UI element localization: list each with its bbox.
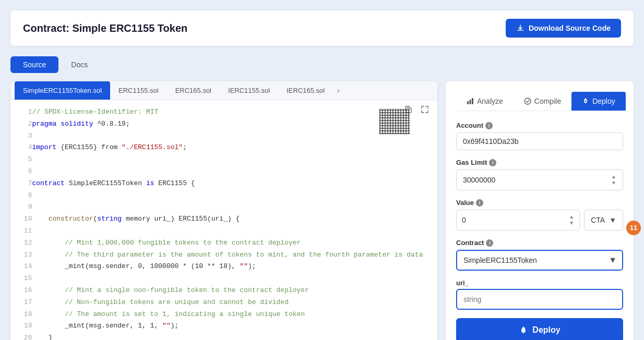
tab-source[interactable]: Source <box>10 56 58 73</box>
gas-limit-label: Gas Limit i <box>456 159 623 166</box>
file-tabs: SimpleERC1155Token.sol ERC1155.sol ERC16… <box>10 81 437 100</box>
deploy-button[interactable]: Deploy <box>456 318 623 340</box>
gas-limit-down[interactable]: ▼ <box>611 180 616 186</box>
value-label: Value i <box>456 199 623 207</box>
table-row: 11 <box>10 225 437 237</box>
value-info-icon: i <box>476 199 483 207</box>
table-row: 8 <box>10 190 437 202</box>
code-toolbar <box>402 104 431 117</box>
gas-limit-field: Gas Limit i 30000000 ▲ ▼ <box>456 159 623 190</box>
tab-docs[interactable]: Docs <box>58 56 100 73</box>
svg-point-4 <box>524 98 531 104</box>
table-row: 18 // The amount is set to 1, indicating… <box>10 309 437 321</box>
svg-rect-1 <box>467 101 469 104</box>
right-wrapper: Analyze Compile Deploy Account i <box>446 81 634 340</box>
table-row: 14 _mint(msg.sender, 0, 1000000 * (10 **… <box>10 261 437 273</box>
svg-point-5 <box>585 101 587 102</box>
value-input: 0 ▲ ▼ <box>456 210 580 230</box>
table-row: 10 constructor(string memory uri_) ERC11… <box>10 213 437 225</box>
contract-info-icon: i <box>486 239 493 247</box>
top-bar: Contract: Simple ERC1155 Token Download … <box>10 10 634 46</box>
right-panel: Analyze Compile Deploy Account i <box>446 81 634 340</box>
gas-limit-up[interactable]: ▲ <box>611 174 616 179</box>
table-row: 5 <box>10 154 437 166</box>
table-row: 17 // Non-fungible tokens are unique and… <box>10 297 437 309</box>
expand-button[interactable] <box>419 104 431 117</box>
qr-thumbnail <box>379 108 410 135</box>
table-row: 7 contract SimpleERC1155Token is ERC1155… <box>10 178 437 190</box>
table-row: 12 // Mint 1,000,000 fungible tokens to … <box>10 237 437 249</box>
value-spinner: ▲ ▼ <box>569 214 574 226</box>
table-row: 15 <box>10 273 437 285</box>
gas-limit-info-icon: i <box>489 159 496 166</box>
table-row: 13 // The third parameter is the amount … <box>10 249 437 261</box>
code-table: 1 // SPDX-License-Identifier: MIT 2 prag… <box>10 106 437 340</box>
currency-select[interactable]: CTA ▼ <box>584 210 623 230</box>
table-row: 1 // SPDX-License-Identifier: MIT <box>10 106 437 118</box>
table-row: 2 pragma solidity ^0.8.19; <box>10 118 437 130</box>
svg-point-6 <box>522 329 524 331</box>
main-tabs: Source Docs <box>10 56 634 73</box>
gas-limit-spinner: ▲ ▼ <box>611 174 616 186</box>
account-label: Account i <box>456 122 623 129</box>
table-row: 4 import {ERC1155} from "./ERC1155.sol"; <box>10 142 437 154</box>
account-field: Account i <box>456 122 623 150</box>
uri-label: uri_ <box>456 279 623 287</box>
value-down[interactable]: ▼ <box>569 221 574 226</box>
svg-rect-2 <box>470 100 471 104</box>
value-row: 0 ▲ ▼ CTA ▼ <box>456 210 623 230</box>
contract-field: Contract i SimpleERC1155Token ▼ <box>456 239 623 271</box>
svg-rect-3 <box>472 98 473 104</box>
panel-tabs: Analyze Compile Deploy <box>456 92 623 111</box>
table-row: 20 } <box>10 332 437 340</box>
rocket-icon <box>582 98 589 105</box>
account-input[interactable] <box>456 132 623 150</box>
code-area: 1 // SPDX-License-Identifier: MIT 2 prag… <box>10 100 437 340</box>
table-row: 3 <box>10 130 437 142</box>
file-tab-erc1155[interactable]: ERC1155.sol <box>110 81 167 100</box>
table-row: 6 <box>10 166 437 178</box>
download-icon <box>516 24 524 32</box>
contract-label: Contract i <box>456 239 623 247</box>
contract-select[interactable]: SimpleERC1155Token <box>456 250 623 271</box>
uri-field: uri_ <box>456 279 623 310</box>
tab-deploy[interactable]: Deploy <box>571 92 626 111</box>
file-tab-erc165[interactable]: ERC165.sol <box>167 81 220 100</box>
download-button[interactable]: Download Source Code <box>506 19 621 38</box>
table-row: 19 _mint(msg.sender, 1, 1, ""); <box>10 320 437 332</box>
gas-limit-input: 30000000 ▲ ▼ <box>456 169 623 190</box>
main-content: SimpleERC1155Token.sol ERC1155.sol ERC16… <box>10 81 634 340</box>
uri-input[interactable] <box>456 289 623 310</box>
table-row: 16 // Mint a single non-fungible token t… <box>10 285 437 297</box>
contract-select-wrapper: SimpleERC1155Token ▼ <box>456 250 623 271</box>
compile-icon <box>524 98 531 105</box>
account-info-icon: i <box>485 122 493 129</box>
tab-analyze[interactable]: Analyze <box>456 92 514 111</box>
file-tab-more[interactable]: › <box>333 81 343 100</box>
file-tab-simpleerc1155token[interactable]: SimpleERC1155Token.sol <box>15 81 110 100</box>
analyze-icon <box>467 98 474 105</box>
deploy-rocket-icon <box>519 325 528 335</box>
file-tab-ierc1155[interactable]: IERC1155.sol <box>220 81 278 100</box>
table-row: 9 <box>10 201 437 213</box>
tab-compile[interactable]: Compile <box>514 92 571 111</box>
page-title: Contract: Simple ERC1155 Token <box>23 22 187 34</box>
file-tab-ierc165[interactable]: IERC165.sol <box>278 81 333 100</box>
currency-chevron-icon: ▼ <box>609 216 616 224</box>
value-field: Value i 0 ▲ ▼ CTA ▼ <box>456 199 623 230</box>
notification-badge: 11 <box>626 221 641 235</box>
code-panel: SimpleERC1155Token.sol ERC1155.sol ERC16… <box>10 81 437 340</box>
value-up[interactable]: ▲ <box>569 214 574 220</box>
